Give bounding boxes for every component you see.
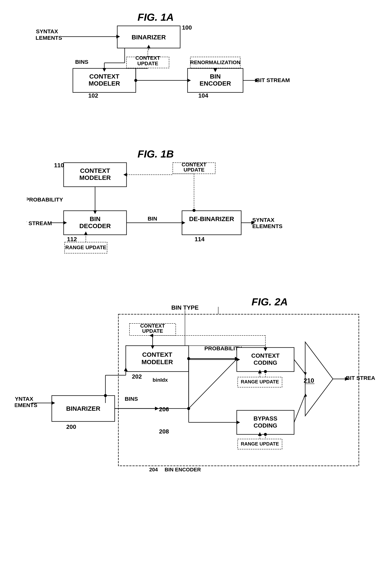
svg-text:BINARIZER: BINARIZER xyxy=(66,405,100,412)
svg-text:200: 200 xyxy=(66,423,76,430)
svg-text:102: 102 xyxy=(88,92,98,99)
fig1a-diagram: BINARIZER 100 SYNTAX ELEMENTS CONTEXT MO… xyxy=(36,11,350,122)
svg-text:114: 114 xyxy=(195,236,204,243)
svg-text:MODELER: MODELER xyxy=(89,80,120,87)
svg-text:104: 104 xyxy=(198,92,208,99)
svg-text:MODELER: MODELER xyxy=(141,358,173,365)
svg-text:BIN: BIN xyxy=(148,215,157,222)
svg-text:RENORMALIZATION: RENORMALIZATION xyxy=(190,60,240,65)
page: FIG. 1A BINARIZER 100 SYNTAX ELEMENTS CO… xyxy=(0,0,386,588)
svg-text:112: 112 xyxy=(67,236,77,243)
svg-text:BYPASS: BYPASS xyxy=(253,415,277,422)
svg-text:BIT STREAM: BIT STREAM xyxy=(27,220,52,226)
svg-text:UPDATE: UPDATE xyxy=(183,167,204,173)
fig2a-diagram: BIN TYPE CONTEXT UPDATE CONTEXT MODELER … xyxy=(15,296,375,477)
svg-text:BINARIZER: BINARIZER xyxy=(132,34,166,41)
svg-text:DE-BINARIZER: DE-BINARIZER xyxy=(189,215,234,222)
svg-text:UPDATE: UPDATE xyxy=(137,61,158,66)
svg-text:RANGE UPDATE: RANGE UPDATE xyxy=(241,441,279,447)
svg-text:SYNTAX: SYNTAX xyxy=(15,396,33,402)
svg-text:RANGE UPDATE: RANGE UPDATE xyxy=(65,245,106,250)
svg-text:BIN ENCODER: BIN ENCODER xyxy=(165,467,201,472)
svg-text:ENCODER: ENCODER xyxy=(199,80,231,87)
svg-text:BIN: BIN xyxy=(90,215,100,222)
svg-text:110: 110 xyxy=(54,162,64,168)
svg-text:CONTEXT: CONTEXT xyxy=(251,352,280,359)
svg-text:CONTEXT: CONTEXT xyxy=(182,162,206,168)
svg-text:UPDATE: UPDATE xyxy=(142,328,163,334)
svg-text:CODING: CODING xyxy=(253,359,277,366)
svg-text:binIdx: binIdx xyxy=(153,377,168,383)
svg-text:CONTEXT: CONTEXT xyxy=(80,167,110,174)
svg-text:210: 210 xyxy=(304,377,314,384)
svg-text:BINS: BINS xyxy=(125,396,138,402)
svg-text:CODING: CODING xyxy=(253,422,277,429)
svg-text:BIN TYPE: BIN TYPE xyxy=(171,304,199,311)
svg-text:CONTEXT: CONTEXT xyxy=(142,351,172,358)
fig1a-container: FIG. 1A BINARIZER 100 SYNTAX ELEMENTS CO… xyxy=(36,11,350,122)
svg-point-72 xyxy=(193,209,196,212)
svg-text:206: 206 xyxy=(159,406,169,413)
svg-text:DECODER: DECODER xyxy=(79,222,111,230)
fig2a-container: FIG. 2A BIN TYPE CONTEXT UPDATE CONTEXT … xyxy=(15,296,375,477)
svg-text:BIT STREAM: BIT STREAM xyxy=(256,77,290,83)
svg-text:SYNTAX: SYNTAX xyxy=(36,28,58,34)
svg-text:PROBABILITY: PROBABILITY xyxy=(27,196,63,203)
svg-text:SYNTAX: SYNTAX xyxy=(252,217,274,223)
svg-text:BIT STREAM: BIT STREAM xyxy=(346,375,375,381)
svg-text:CONTEXT: CONTEXT xyxy=(140,323,165,329)
svg-text:208: 208 xyxy=(159,428,169,435)
svg-text:MODELER: MODELER xyxy=(79,174,111,181)
svg-text:202: 202 xyxy=(132,373,142,380)
svg-text:BINS: BINS xyxy=(75,59,89,65)
svg-text:RANGE UPDATE: RANGE UPDATE xyxy=(241,379,279,384)
svg-text:100: 100 xyxy=(182,24,192,31)
fig1b-container: FIG. 1B CONTEXT MODELER 110 BIN DECODER … xyxy=(27,148,360,270)
svg-rect-49 xyxy=(182,211,241,235)
svg-text:PROBABILITY: PROBABILITY xyxy=(204,345,242,351)
svg-text:204: 204 xyxy=(149,467,158,472)
svg-text:ELEMENTS: ELEMENTS xyxy=(36,35,62,41)
svg-text:ELEMENTS: ELEMENTS xyxy=(252,223,282,229)
fig1b-diagram: CONTEXT MODELER 110 BIN DECODER 112 DE-B… xyxy=(27,148,360,270)
svg-text:BIN: BIN xyxy=(210,73,221,80)
svg-text:CONTEXT: CONTEXT xyxy=(89,73,119,80)
